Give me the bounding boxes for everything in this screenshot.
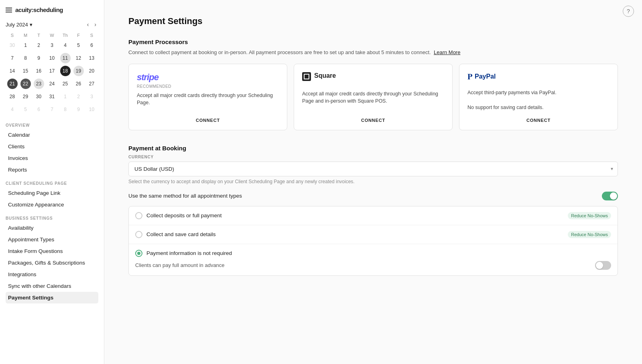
square-recommended xyxy=(302,83,444,87)
cal-dow-w: W xyxy=(45,32,59,39)
calendar-day[interactable]: 13 xyxy=(85,52,98,65)
learn-more-link[interactable]: Learn More xyxy=(434,49,460,55)
calendar-day[interactable]: 23 xyxy=(32,77,45,90)
deposits-radio[interactable] xyxy=(135,212,142,219)
calendar-day[interactable]: 27 xyxy=(85,77,98,90)
advance-pay-row: Clients can pay full amount in advance xyxy=(135,257,611,270)
calendar-day[interactable]: 10 xyxy=(85,103,98,116)
sidebar-item-packages[interactable]: Packages, Gifts & Subscriptions xyxy=(6,257,98,269)
sidebar-item-reports[interactable]: Reports xyxy=(6,164,98,176)
deposits-badge: Reduce No-Shows xyxy=(568,212,611,219)
calendar-day[interactable]: 3 xyxy=(45,39,59,52)
same-method-row: Use the same method for all appointment … xyxy=(128,192,618,200)
calendar-day[interactable]: 8 xyxy=(59,103,72,116)
calendar-day[interactable]: 7 xyxy=(6,52,19,65)
prev-month-button[interactable]: ‹ xyxy=(85,20,91,28)
calendar-day[interactable]: 31 xyxy=(45,90,59,103)
currency-select[interactable]: US Dollar (USD) xyxy=(128,162,618,176)
deposits-option-left: Collect deposits or full payment xyxy=(135,212,222,219)
sidebar-item-sync-calendars[interactable]: Sync with other Calendars xyxy=(6,280,98,292)
calendar-day[interactable]: 5 xyxy=(72,39,85,52)
payment-processors-section: Payment Processors Connect to collect pa… xyxy=(128,38,618,130)
square-logo: Square xyxy=(314,72,336,79)
calendar-day[interactable]: 25 xyxy=(59,77,72,90)
calendar-day[interactable]: 16 xyxy=(32,65,45,77)
calendar-day[interactable]: 11 xyxy=(59,52,72,65)
sidebar-item-intake-form-questions[interactable]: Intake Form Questions xyxy=(6,245,98,257)
not-required-option[interactable]: Payment information is not required Clie… xyxy=(129,244,618,275)
client-scheduling-label: CLIENT SCHEDULING PAGE xyxy=(6,181,98,186)
calendar-day[interactable]: 10 xyxy=(45,52,59,65)
stripe-description: Accept all major credit cards directly t… xyxy=(137,92,279,111)
same-method-label: Use the same method for all appointment … xyxy=(128,193,242,199)
square-connect-button[interactable]: CONNECT xyxy=(302,118,444,123)
not-required-option-left: Payment information is not required xyxy=(135,250,232,257)
calendar-day[interactable]: 22 xyxy=(19,77,32,90)
stripe-logo: stripe xyxy=(137,72,279,83)
deposits-option[interactable]: Collect deposits or full payment Reduce … xyxy=(129,206,618,225)
paypal-connect-button[interactable]: CONNECT xyxy=(467,118,609,123)
sidebar-item-payment-settings[interactable]: Payment Settings xyxy=(6,292,98,303)
save-card-radio[interactable] xyxy=(135,231,142,238)
calendar-day[interactable]: 1 xyxy=(59,90,72,103)
calendar-day[interactable]: 15 xyxy=(19,65,32,77)
calendar-day[interactable]: 14 xyxy=(6,65,19,77)
paypal-text: PayPal xyxy=(475,73,496,80)
sidebar-item-appointment-types[interactable]: Appointment Types xyxy=(6,234,98,245)
sidebar-item-invoices[interactable]: Invoices xyxy=(6,152,98,164)
sidebar: acuity:scheduling July 2024 ▾ ‹ › S M T xyxy=(0,0,104,364)
calendar-day[interactable]: 6 xyxy=(32,103,45,116)
sidebar-item-scheduling-page-link[interactable]: Scheduling Page Link xyxy=(6,187,98,199)
calendar-day[interactable]: 21 xyxy=(6,77,19,90)
processors-title: Payment Processors xyxy=(128,38,618,45)
calendar-day[interactable]: 9 xyxy=(32,52,45,65)
menu-icon[interactable] xyxy=(6,8,12,12)
calendar-day[interactable]: 19 xyxy=(72,65,85,77)
calendar-month-label[interactable]: July 2024 ▾ xyxy=(6,22,33,28)
not-required-radio[interactable] xyxy=(135,250,142,257)
cal-dow-s2: S xyxy=(85,32,98,39)
sidebar-item-calendar[interactable]: Calendar xyxy=(6,129,98,141)
sidebar-item-integrations[interactable]: Integrations xyxy=(6,269,98,280)
deposits-label: Collect deposits or full payment xyxy=(146,212,222,218)
calendar-day[interactable]: 2 xyxy=(32,39,45,52)
square-icon xyxy=(302,72,311,81)
calendar-day[interactable]: 29 xyxy=(19,90,32,103)
calendar-day[interactable]: 6 xyxy=(85,39,98,52)
calendar-day[interactable]: 4 xyxy=(6,103,19,116)
sidebar-item-clients[interactable]: Clients xyxy=(6,141,98,152)
calendar-day[interactable]: 8 xyxy=(19,52,32,65)
advance-pay-toggle[interactable] xyxy=(595,261,611,270)
calendar-day[interactable]: 17 xyxy=(45,65,59,77)
brand-logo: acuity:scheduling xyxy=(15,6,63,13)
calendar-day[interactable]: 30 xyxy=(6,39,19,52)
stripe-connect-button[interactable]: CONNECT xyxy=(137,118,279,123)
calendar-day[interactable]: 30 xyxy=(32,90,45,103)
save-card-option[interactable]: Collect and save card details Reduce No-… xyxy=(129,225,618,244)
sidebar-item-availability[interactable]: Availability xyxy=(6,222,98,234)
calendar-day[interactable]: 1 xyxy=(19,39,32,52)
calendar-day[interactable]: 28 xyxy=(6,90,19,103)
cal-dow-f: F xyxy=(72,32,85,39)
currency-hint: Select the currency to accept and displa… xyxy=(128,179,618,184)
calendar-day[interactable]: 4 xyxy=(59,39,72,52)
calendar-day[interactable]: 7 xyxy=(45,103,59,116)
help-icon[interactable]: ? xyxy=(623,6,634,17)
calendar-day[interactable]: 18 xyxy=(59,65,72,77)
currency-label: CURRENCY xyxy=(128,155,618,159)
next-month-button[interactable]: › xyxy=(92,20,98,28)
calendar-day[interactable]: 9 xyxy=(72,103,85,116)
calendar-day[interactable]: 26 xyxy=(72,77,85,90)
calendar-day[interactable]: 20 xyxy=(85,65,98,77)
calendar-day[interactable]: 2 xyxy=(72,90,85,103)
same-method-toggle[interactable] xyxy=(602,192,618,200)
save-card-option-left: Collect and save card details xyxy=(135,231,216,238)
paypal-logo: 𝐏 PayPal xyxy=(467,72,609,81)
calendar-day[interactable]: 3 xyxy=(85,90,98,103)
paypal-recommended xyxy=(467,81,609,86)
calendar-day[interactable]: 24 xyxy=(45,77,59,90)
calendar-day[interactable]: 12 xyxy=(72,52,85,65)
sidebar-item-customize-appearance[interactable]: Customize Appearance xyxy=(6,199,98,210)
calendar-day[interactable]: 5 xyxy=(19,103,32,116)
calendar-header: July 2024 ▾ ‹ › xyxy=(6,20,98,28)
